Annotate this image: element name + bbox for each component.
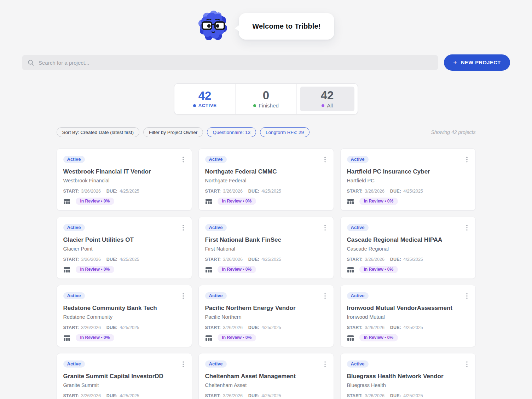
project-title: Glacier Point Utilities OT — [63, 236, 185, 244]
kebab-icon — [324, 157, 326, 163]
project-card[interactable]: Active Glacier Point Utilities OT Glacie… — [57, 217, 192, 279]
project-dates: START: 3/26/2026 DUE: 4/25/2025 — [347, 188, 469, 194]
new-project-button[interactable]: + NEW PROJECT — [444, 54, 510, 71]
card-menu-button[interactable] — [323, 292, 327, 300]
card-menu-button[interactable] — [465, 292, 469, 300]
card-menu-button[interactable] — [181, 224, 185, 231]
project-card[interactable]: Active Bluegrass Health Network Vendor B… — [340, 353, 476, 399]
start-date: 3/26/2026 — [81, 188, 101, 194]
project-subtitle: Northgate Federal — [205, 177, 327, 184]
longform-rfx-chip[interactable]: Longform RFx: 29 — [260, 127, 310, 137]
stat-active[interactable]: 42 ACTIVE — [174, 84, 235, 114]
project-card[interactable]: Active Westbrook Financial IT Vendor Wes… — [57, 148, 192, 211]
project-stats-card: 42 ACTIVE 0 Finished 42 All — [174, 83, 358, 115]
search-box[interactable] — [22, 55, 438, 70]
progress-badge: In Review • 0% — [218, 198, 256, 205]
project-card[interactable]: Active Ironwood Mutual VendorAssessment … — [340, 285, 476, 347]
start-date: 3/26/2026 — [223, 257, 243, 262]
table-icon — [347, 266, 354, 273]
questionnaire-chip[interactable]: Questionnaire: 13 — [207, 127, 256, 137]
kebab-icon — [466, 361, 468, 367]
kebab-icon — [183, 157, 184, 163]
project-subtitle: Westbrook Financial — [63, 177, 185, 184]
start-date: 3/26/2026 — [365, 325, 384, 330]
filters-row: Sort By: Created Date (latest first) Fil… — [57, 127, 476, 137]
start-label: START: — [63, 257, 79, 262]
table-icon — [205, 198, 212, 205]
start-date: 3/26/2026 — [365, 188, 384, 194]
project-card[interactable]: Active Cascade Regional Medical HIPAA Ca… — [340, 217, 476, 279]
card-menu-button[interactable] — [465, 360, 469, 368]
kebab-icon — [324, 225, 326, 231]
due-label: DUE: — [390, 257, 401, 262]
start-label: START: — [347, 257, 363, 262]
project-subtitle: Pacific Northern — [205, 313, 327, 321]
project-title: Granite Summit Capital InvestorDD — [63, 372, 185, 380]
due-label: DUE: — [106, 325, 117, 330]
project-subtitle: Cheltenham Asset — [205, 382, 327, 389]
card-menu-button[interactable] — [323, 360, 327, 368]
project-title: First National Bank FinSec — [205, 236, 327, 244]
start-label: START: — [347, 188, 363, 194]
kebab-icon — [466, 225, 468, 231]
project-card[interactable]: Active Cheltenham Asset Management Chelt… — [198, 353, 334, 399]
filter-owner-chip[interactable]: Filter by Project Owner — [143, 127, 203, 137]
project-grid: Active Westbrook Financial IT Vendor Wes… — [57, 148, 476, 399]
kebab-icon — [324, 361, 326, 367]
progress-badge: In Review • 0% — [218, 266, 256, 273]
card-menu-button[interactable] — [181, 360, 185, 368]
start-label: START: — [347, 325, 363, 330]
table-icon — [63, 335, 70, 341]
stat-all[interactable]: 42 All — [296, 84, 358, 114]
stat-finished[interactable]: 0 Finished — [235, 84, 296, 114]
card-menu-button[interactable] — [465, 156, 469, 163]
table-icon — [205, 335, 212, 341]
kebab-icon — [183, 361, 184, 367]
project-dates: START: 3/26/2026 DUE: 4/25/2025 — [347, 257, 469, 262]
due-label: DUE: — [106, 257, 117, 262]
all-label: All — [327, 102, 333, 108]
project-card[interactable]: Active First National Bank FinSec First … — [198, 217, 334, 279]
due-date: 4/25/2025 — [261, 257, 281, 262]
sort-by-chip[interactable]: Sort By: Created Date (latest first) — [57, 127, 140, 137]
active-count: 42 — [198, 90, 212, 101]
project-subtitle: Redstone Community — [63, 313, 185, 321]
card-menu-button[interactable] — [181, 156, 185, 163]
start-date: 3/26/2026 — [81, 393, 101, 399]
due-date: 4/25/2025 — [120, 393, 139, 399]
due-label: DUE: — [390, 393, 401, 399]
kebab-icon — [324, 293, 326, 299]
due-label: DUE: — [248, 325, 259, 330]
card-menu-button[interactable] — [465, 224, 469, 231]
new-project-label: NEW PROJECT — [461, 60, 501, 65]
project-card[interactable]: Active Hartfield PC Insurance Cyber Hart… — [340, 148, 476, 211]
project-dates: START: 3/26/2026 DUE: 4/25/2025 — [63, 257, 185, 262]
status-badge: Active — [205, 360, 227, 368]
project-dates: START: 3/26/2026 DUE: 4/25/2025 — [63, 188, 185, 194]
due-label: DUE: — [106, 188, 117, 194]
card-menu-button[interactable] — [323, 224, 327, 231]
project-subtitle: Glacier Point — [63, 245, 185, 252]
project-card[interactable]: Active Pacific Northern Energy Vendor Pa… — [198, 285, 334, 347]
start-date: 3/26/2026 — [223, 325, 243, 330]
status-badge: Active — [63, 224, 85, 231]
card-menu-button[interactable] — [181, 292, 185, 300]
progress-badge: In Review • 0% — [76, 266, 115, 273]
status-badge: Active — [63, 360, 85, 368]
project-card[interactable]: Active Redstone Community Bank Tech Reds… — [57, 285, 192, 347]
status-badge: Active — [63, 156, 85, 163]
status-badge: Active — [347, 360, 369, 368]
project-subtitle: Bluegrass Health — [347, 382, 469, 389]
project-card[interactable]: Active Northgate Federal CMMC Northgate … — [198, 148, 334, 211]
project-card[interactable]: Active Granite Summit Capital InvestorDD… — [57, 353, 192, 399]
welcome-bubble: Welcome to Tribble! — [239, 13, 334, 40]
start-label: START: — [205, 325, 221, 330]
project-title: Hartfield PC Insurance Cyber — [347, 168, 469, 176]
project-dates: START: 3/26/2026 DUE: 4/25/2025 — [205, 188, 327, 194]
progress-badge: In Review • 0% — [76, 198, 115, 205]
due-date: 4/25/2025 — [403, 188, 423, 194]
project-subtitle: Cascade Regional — [347, 245, 469, 252]
start-label: START: — [63, 393, 79, 399]
card-menu-button[interactable] — [323, 156, 327, 163]
search-input[interactable] — [39, 60, 433, 66]
